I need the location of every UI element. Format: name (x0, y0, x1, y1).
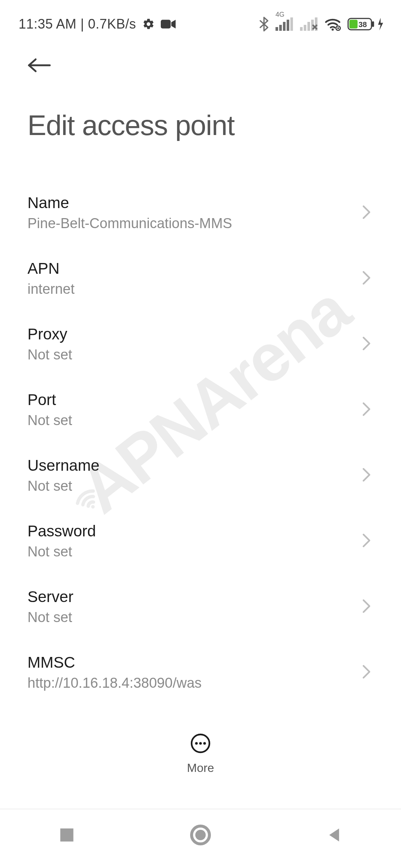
row-mmsc[interactable]: MMSC http://10.16.18.4:38090/was (27, 640, 374, 705)
svg-point-21 (203, 742, 206, 744)
svg-rect-15 (372, 22, 374, 27)
system-nav-bar (0, 809, 401, 861)
svg-point-19 (195, 742, 198, 744)
charging-bolt-icon (377, 18, 384, 30)
nav-recents-button[interactable] (33, 820, 100, 850)
row-name[interactable]: Name Pine-Belt-Communications-MMS (27, 180, 374, 246)
camera-icon (161, 19, 176, 29)
svg-rect-3 (279, 25, 282, 31)
triangle-left-icon (326, 827, 342, 843)
svg-rect-1 (161, 20, 171, 28)
row-value: internet (27, 281, 75, 297)
nav-back-button[interactable] (301, 820, 368, 850)
row-value: Not set (27, 609, 74, 625)
status-time: 11:35 AM (19, 16, 76, 32)
status-bar: 11:35 AM | 0.7KB/s 4G (0, 0, 401, 36)
row-value: Pine-Belt-Communications-MMS (27, 216, 232, 231)
row-title: Name (27, 194, 232, 212)
square-icon (59, 827, 75, 843)
more-icon (190, 733, 211, 755)
row-port[interactable]: Port Not set (27, 377, 374, 443)
row-title: Proxy (27, 325, 72, 343)
row-value: Not set (27, 544, 96, 560)
row-value: Not set (27, 347, 72, 363)
signal-4g-icon: 4G (276, 17, 293, 31)
row-server[interactable]: Server Not set (27, 574, 374, 640)
row-title: Port (27, 391, 72, 409)
battery-pct: 38 (358, 20, 367, 29)
chevron-right-icon (362, 270, 371, 287)
chevron-right-icon (362, 402, 371, 418)
chevron-right-icon (362, 205, 371, 221)
wifi-icon (325, 17, 341, 31)
arrow-left-icon (27, 57, 51, 73)
svg-rect-16 (349, 20, 358, 29)
back-button[interactable] (27, 50, 57, 80)
circle-icon (190, 825, 211, 845)
row-title: APN (27, 260, 75, 277)
bluetooth-icon (259, 17, 269, 32)
row-password[interactable]: Password Not set (27, 508, 374, 574)
row-title: Password (27, 522, 96, 540)
signal-nosim-icon (300, 17, 318, 31)
status-time-net: 11:35 AM | 0.7KB/s (19, 16, 136, 32)
svg-point-12 (332, 29, 334, 31)
svg-rect-8 (304, 25, 306, 31)
svg-point-20 (199, 742, 202, 744)
signal-label: 4G (276, 11, 284, 19)
apn-settings-list: Name Pine-Belt-Communications-MMS APN in… (0, 141, 401, 771)
svg-rect-7 (300, 27, 303, 31)
row-apn[interactable]: APN internet (27, 246, 374, 311)
bottom-action-area: More (0, 720, 401, 809)
svg-point-24 (195, 830, 206, 840)
nav-home-button[interactable] (167, 820, 234, 850)
battery-icon: 38 (348, 17, 384, 31)
svg-rect-2 (276, 27, 278, 31)
row-value: Not set (27, 478, 100, 494)
row-value: Not set (27, 412, 72, 428)
row-value: http://10.16.18.4:38090/was (27, 675, 202, 691)
svg-rect-5 (287, 20, 289, 31)
gear-icon (142, 18, 155, 30)
svg-rect-22 (60, 828, 73, 841)
row-title: Username (27, 457, 100, 474)
svg-rect-4 (283, 22, 286, 31)
svg-rect-6 (290, 17, 293, 31)
page-title: Edit access point (27, 109, 374, 141)
row-title: Server (27, 588, 74, 606)
row-username[interactable]: Username Not set (27, 443, 374, 508)
chevron-right-icon (362, 533, 371, 549)
row-title: MMSC (27, 654, 202, 671)
chevron-right-icon (362, 599, 371, 615)
more-button[interactable]: More (187, 733, 214, 775)
chevron-right-icon (362, 467, 371, 484)
chevron-right-icon (362, 336, 371, 352)
row-proxy[interactable]: Proxy Not set (27, 311, 374, 377)
status-net-speed: 0.7KB/s (88, 16, 136, 32)
chevron-right-icon (362, 664, 371, 681)
svg-rect-9 (307, 22, 310, 31)
more-label: More (187, 761, 214, 775)
